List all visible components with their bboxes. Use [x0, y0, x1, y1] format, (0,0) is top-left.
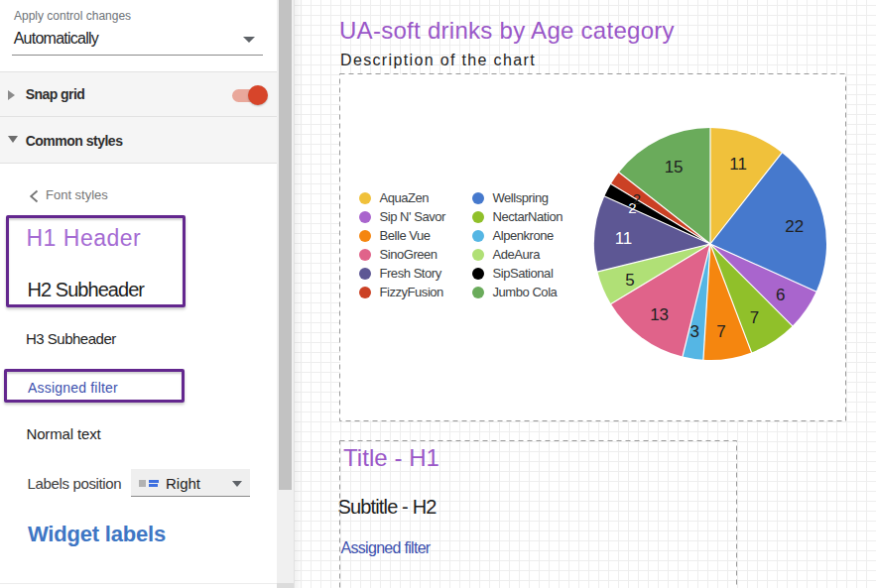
svg-text:7: 7	[750, 308, 759, 327]
svg-text:11: 11	[615, 229, 633, 248]
svg-text:13: 13	[650, 305, 669, 324]
svg-text:7: 7	[716, 322, 725, 341]
svg-text:11: 11	[729, 155, 747, 174]
svg-text:15: 15	[665, 158, 684, 176]
svg-text:3: 3	[689, 322, 698, 341]
svg-text:2: 2	[633, 190, 641, 207]
svg-text:5: 5	[625, 271, 634, 290]
svg-text:6: 6	[776, 286, 785, 304]
svg-text:22: 22	[785, 217, 804, 236]
